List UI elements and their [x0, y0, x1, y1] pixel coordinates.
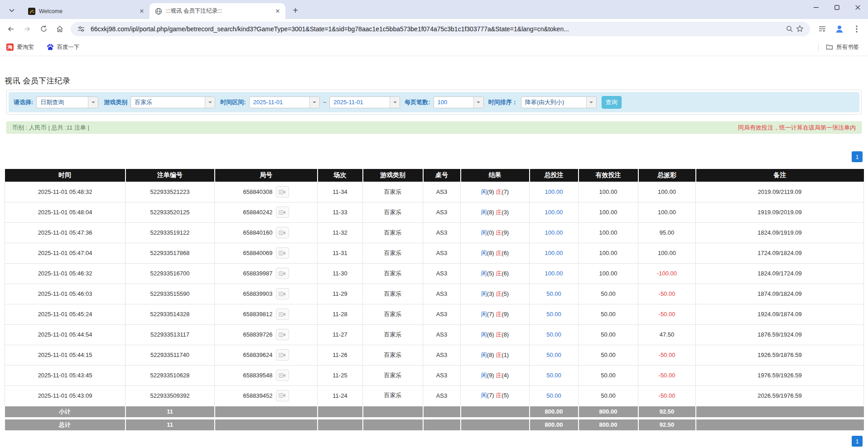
query-type-select[interactable]: 日期查询 — [36, 96, 98, 108]
chevron-down-icon[interactable] — [473, 97, 483, 108]
tab-bet-records[interactable]: :::视讯 会员下注纪录::: ✕ — [149, 3, 285, 19]
media-controls-icon[interactable] — [815, 22, 829, 36]
cell-result: 闲(3) 庄(5) — [461, 284, 530, 304]
cell-total-bet[interactable]: 50.00 — [530, 304, 579, 324]
all-bookmarks-button[interactable]: 所有书签 — [818, 43, 859, 51]
bookmark-baidu[interactable]: 百度一下 — [47, 43, 80, 51]
menu-dots-icon[interactable] — [850, 22, 863, 36]
cell-total-bet[interactable]: 100.00 — [530, 263, 579, 284]
cell-total-bet[interactable]: 50.00 — [530, 284, 579, 304]
home-button[interactable] — [52, 21, 68, 37]
video-replay-icon[interactable] — [276, 308, 289, 320]
profile-avatar[interactable] — [833, 22, 846, 36]
cell-valid-bet: 50.00 — [579, 385, 638, 406]
date-to-input[interactable]: 2025-11-01 — [329, 96, 400, 108]
video-replay-icon[interactable] — [276, 207, 289, 218]
video-replay-icon[interactable] — [276, 329, 289, 340]
table-body: 2025-11-01 05:48:32522933521223658840308… — [5, 182, 864, 406]
tab-title: Welcome — [39, 8, 138, 14]
tab-search-button[interactable] — [5, 4, 18, 17]
cell-total-bet[interactable]: 100.00 — [530, 222, 579, 243]
video-replay-icon[interactable] — [276, 390, 289, 401]
cell-valid-bet: 50.00 — [579, 284, 638, 304]
bookmark-star-icon[interactable] — [795, 24, 805, 34]
search-button[interactable]: 查询 — [602, 96, 622, 109]
cell-table-no: AS3 — [423, 182, 461, 202]
cell-total-bet[interactable]: 50.00 — [530, 324, 579, 345]
cell-bet-id: 522933515590 — [125, 284, 215, 304]
cell-total-bet[interactable]: 100.00 — [530, 202, 579, 222]
video-replay-icon[interactable] — [276, 349, 289, 361]
close-window-button[interactable] — [847, 0, 868, 15]
cell-payout: 47.50 — [638, 324, 696, 345]
cell-table-no: AS3 — [423, 324, 461, 345]
column-header: 局号 — [215, 169, 318, 182]
forward-button[interactable] — [19, 21, 35, 37]
table-row: 2025-11-01 05:48:04522933520125658840242… — [5, 202, 864, 222]
page-1-button[interactable]: 1 — [852, 436, 863, 447]
maximize-button[interactable] — [826, 0, 847, 15]
video-replay-icon[interactable] — [276, 268, 289, 279]
minimize-button[interactable] — [805, 0, 826, 15]
video-replay-icon[interactable] — [276, 186, 289, 198]
page-size-select[interactable]: 100 — [434, 96, 484, 108]
cell-total-bet[interactable]: 100.00 — [530, 182, 579, 202]
tab-welcome[interactable]: Welcome ✕ — [23, 3, 149, 19]
sort-order-select[interactable]: 降幂(由大到小) — [521, 96, 597, 108]
date-from-input[interactable]: 2025-11-01 — [249, 96, 320, 108]
cell-total-bet[interactable]: 50.00 — [530, 385, 579, 406]
subtotal-valid-bet: 800.00 — [579, 406, 638, 418]
video-replay-icon[interactable] — [276, 370, 289, 381]
bookmark-taobao[interactable]: 淘 爱淘宝 — [6, 43, 34, 51]
page-1-button[interactable]: 1 — [852, 151, 863, 162]
chevron-down-icon[interactable] — [390, 97, 400, 108]
reload-button[interactable] — [36, 21, 51, 37]
cell-round-id: 658840308 — [215, 182, 318, 202]
all-bookmarks-label: 所有书签 — [836, 43, 859, 51]
cell-valid-bet: 100.00 — [579, 222, 638, 243]
url-bar[interactable]: 66cxkj98.com/ipl/portal.php/game/betreco… — [71, 22, 810, 36]
cell-total-bet[interactable]: 50.00 — [530, 345, 579, 365]
table-row: 2025-11-01 05:48:32522933521223658840308… — [5, 182, 864, 202]
video-replay-icon[interactable] — [276, 288, 289, 299]
zoom-icon[interactable] — [785, 24, 795, 34]
cell-total-bet[interactable]: 100.00 — [530, 243, 579, 263]
site-settings-icon[interactable] — [76, 24, 86, 34]
chevron-down-icon[interactable] — [309, 97, 319, 108]
chevron-down-icon[interactable] — [88, 97, 98, 108]
cell-valid-bet: 100.00 — [579, 243, 638, 263]
column-header: 游戏类别 — [363, 169, 423, 182]
chevron-down-icon[interactable] — [205, 97, 215, 108]
url-text[interactable]: 66cxkj98.com/ipl/portal.php/game/betreco… — [91, 25, 780, 33]
cell-payout: 100.00 — [638, 182, 696, 202]
back-button[interactable] — [3, 21, 19, 37]
cell-game-type: 百家乐 — [363, 385, 423, 406]
tab-close-icon[interactable]: ✕ — [274, 7, 282, 15]
cell-table-no: AS3 — [423, 385, 461, 406]
cell-time: 2025-11-01 05:43:45 — [5, 365, 125, 385]
cell-time: 2025-11-01 05:48:32 — [5, 182, 125, 202]
total-payout: 92.50 — [638, 418, 696, 430]
cell-game-type: 百家乐 — [363, 263, 423, 284]
cell-time: 2025-11-01 05:46:03 — [5, 284, 125, 304]
globe-favicon-icon — [155, 8, 162, 15]
cell-table-no: AS3 — [423, 304, 461, 324]
table-row: 2025-11-01 05:43:45522933510628658839548… — [5, 365, 864, 385]
table-row: 2025-11-01 05:47:36522933519122658840160… — [5, 222, 864, 243]
table-row: 2025-11-01 05:46:32522933516700658839987… — [5, 263, 864, 284]
game-type-select[interactable]: 百家乐 — [130, 96, 215, 108]
cell-result: 闲(7) 庄(9) — [461, 304, 530, 324]
cell-game-type: 百家乐 — [363, 284, 423, 304]
table-row: 2025-11-01 05:45:24522933514328658839812… — [5, 304, 864, 324]
total-count: 11 — [125, 418, 215, 430]
cell-session: 11-28 — [318, 304, 363, 324]
chevron-down-icon[interactable] — [586, 97, 596, 108]
page-title: 视讯 会员下注纪录 — [5, 76, 863, 86]
cell-total-bet[interactable]: 50.00 — [530, 365, 579, 385]
column-header: 注单编号 — [125, 169, 215, 182]
tab-close-icon[interactable]: ✕ — [138, 7, 146, 15]
cell-note: 2026.59/1976.59 — [696, 385, 864, 406]
video-replay-icon[interactable] — [276, 227, 289, 238]
video-replay-icon[interactable] — [276, 247, 289, 259]
new-tab-button[interactable]: + — [289, 4, 302, 17]
